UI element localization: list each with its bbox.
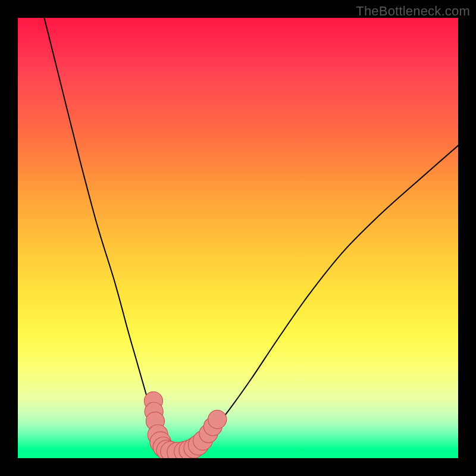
watermark-text: TheBottleneck.com [356,4,470,19]
data-marker [208,410,227,428]
outer-frame: TheBottleneck.com [0,0,476,476]
bottleneck-curve-line [44,18,458,454]
chart-svg [18,18,458,458]
plot-area [18,18,458,458]
marker-group [144,392,226,458]
